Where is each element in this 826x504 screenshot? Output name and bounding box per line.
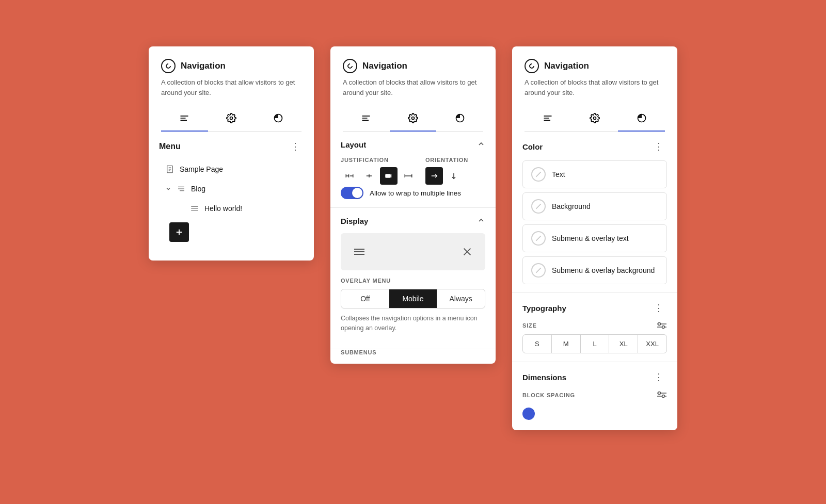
navigation-icon	[343, 59, 357, 73]
page-icon	[165, 165, 174, 174]
color-more-button[interactable]: ⋮	[651, 140, 667, 153]
orient-vertical-icon	[449, 171, 458, 181]
more-menu-button[interactable]: ⋮	[288, 140, 304, 153]
tab-settings[interactable]	[571, 106, 618, 132]
sliders-svg	[657, 391, 667, 398]
hamburger-icon	[353, 247, 366, 256]
chevron-up-icon	[477, 140, 485, 148]
display-collapse-button[interactable]	[477, 216, 485, 226]
justify-left-button[interactable]	[341, 167, 358, 185]
panel-title: Navigation	[362, 61, 407, 71]
style-icon	[455, 113, 465, 123]
block-spacing-sliders[interactable]	[657, 391, 667, 399]
nav-icon-inner	[346, 62, 354, 70]
tab-style[interactable]	[436, 106, 483, 132]
settings-icon	[590, 113, 600, 123]
orient-vertical-button[interactable]	[445, 167, 463, 185]
wrap-toggle-row: Allow to wrap to multiple lines	[341, 187, 485, 199]
navigation-icon	[161, 59, 176, 73]
tab-list[interactable]	[343, 106, 390, 132]
settings-icon	[226, 113, 236, 123]
size-s-button[interactable]: S	[523, 335, 552, 353]
size-button-group: S M L XL XXL	[522, 334, 667, 353]
color-submenu-bg-item[interactable]: Submenu & overlay background	[522, 256, 667, 284]
color-submenu-bg-label: Submenu & overlay background	[552, 266, 655, 274]
color-background-label: Background	[552, 202, 591, 210]
list-item: Hello world!	[161, 199, 301, 218]
size-label: SIZE	[522, 322, 667, 329]
list-icon	[179, 113, 189, 123]
tab-list[interactable]	[161, 106, 208, 132]
title-row: Navigation	[525, 59, 665, 73]
tab-settings[interactable]	[390, 106, 437, 132]
justify-center-icon	[364, 171, 374, 181]
justify-orient-row: JUSTIFICATION	[341, 157, 485, 185]
svg-point-52	[658, 323, 661, 326]
sliders-icon[interactable]	[657, 322, 667, 329]
tab-settings[interactable]	[208, 106, 255, 132]
block-spacing-dot	[522, 408, 535, 420]
orientation-buttons	[425, 167, 485, 185]
overlay-hint: Collapses the navigation options in a me…	[341, 314, 485, 333]
layout-section-title: Layout	[341, 140, 366, 149]
style-icon	[273, 113, 283, 123]
wrap-label: Allow to wrap to multiple lines	[370, 189, 461, 197]
typography-more-button[interactable]: ⋮	[651, 301, 667, 315]
display-section-title: Display	[341, 217, 368, 225]
slash-icon	[534, 266, 543, 274]
panel-menu: Navigation A collection of blocks that a…	[149, 46, 314, 261]
overlay-mobile-button[interactable]: Mobile	[389, 289, 437, 308]
tab-list[interactable]	[525, 106, 571, 132]
panel-style-header: Navigation A collection of blocks that a…	[512, 46, 677, 132]
justify-right-fill-button[interactable]	[380, 167, 398, 185]
slash-icon	[534, 202, 543, 210]
display-section-header: Display	[341, 216, 485, 226]
orient-horizontal-button[interactable]	[425, 167, 443, 185]
layout-section-header: Layout	[341, 140, 485, 150]
block-spacing-label: BLOCK SPACING	[522, 391, 667, 399]
svg-line-49	[536, 236, 541, 240]
wrap-toggle[interactable]	[341, 187, 363, 199]
size-xxl-button[interactable]: XXL	[638, 335, 666, 353]
justify-space-icon	[404, 171, 413, 181]
display-preview	[341, 233, 485, 270]
panel-description: A collection of blocks that allow visito…	[525, 77, 665, 97]
add-menu-item-button[interactable]	[169, 222, 189, 242]
close-icon	[462, 246, 473, 257]
dimensions-section-title: Dimensions	[522, 373, 566, 382]
color-text-circle	[531, 167, 546, 182]
justify-center-button[interactable]	[360, 167, 378, 185]
nav-icon-inner	[165, 62, 172, 70]
svg-line-47	[536, 172, 541, 176]
color-text-item[interactable]: Text	[522, 160, 667, 188]
tab-style[interactable]	[618, 106, 665, 132]
color-background-circle	[531, 199, 546, 214]
panel-description: A collection of blocks that allow visito…	[161, 77, 301, 97]
orientation-label: ORIENTATION	[425, 157, 485, 163]
color-section-title: Color	[522, 142, 543, 151]
tab-style[interactable]	[255, 106, 301, 132]
panel-menu-header: Navigation A collection of blocks that a…	[149, 46, 314, 132]
menu-item-label: Hello world!	[204, 204, 242, 213]
overlay-off-button[interactable]: Off	[341, 289, 389, 308]
svg-point-20	[412, 117, 415, 120]
orientation-col: ORIENTATION	[425, 157, 485, 185]
layout-collapse-button[interactable]	[477, 140, 485, 150]
size-xl-button[interactable]: XL	[609, 335, 638, 353]
svg-point-58	[662, 395, 665, 398]
tab-bar	[161, 106, 301, 132]
color-section: Color ⋮ Text Background	[512, 132, 677, 293]
color-submenu-text-item[interactable]: Submenu & overlay text	[522, 224, 667, 252]
overlay-always-button[interactable]: Always	[437, 289, 485, 308]
dimensions-more-button[interactable]: ⋮	[651, 370, 667, 384]
menu-label: Menu	[159, 142, 181, 151]
size-m-button[interactable]: M	[552, 335, 581, 353]
layout-section: Layout JUSTIFICATION	[330, 132, 496, 208]
svg-line-48	[536, 204, 541, 208]
color-background-item[interactable]: Background	[522, 192, 667, 220]
plus-icon	[174, 227, 184, 237]
menu-items: Sample Page Blog	[159, 159, 304, 218]
justify-space-button[interactable]	[400, 167, 417, 185]
color-submenu-bg-circle	[531, 263, 546, 278]
size-l-button[interactable]: L	[581, 335, 610, 353]
